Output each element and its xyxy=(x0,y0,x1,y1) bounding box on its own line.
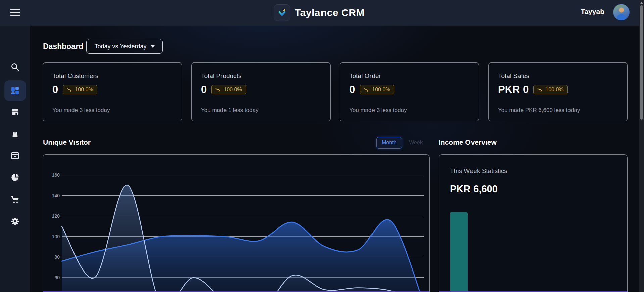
visitor-chart-card: 160 140 120 100 80 60 xyxy=(43,154,430,292)
sidebar-item-store[interactable] xyxy=(4,102,26,121)
y-axis-tick: 60 xyxy=(46,275,60,280)
search-icon xyxy=(10,62,20,72)
pie-chart-icon xyxy=(10,173,20,182)
user-name[interactable]: Tayyab xyxy=(581,8,604,16)
y-axis-tick: 100 xyxy=(46,234,60,239)
avatar-photo xyxy=(613,4,629,20)
stat-card-label: Total Sales xyxy=(498,72,618,80)
income-bar[interactable] xyxy=(450,212,468,292)
stat-card-caption: You made 1 less today xyxy=(201,107,321,114)
sidebar-item-inventory[interactable] xyxy=(4,146,26,165)
visitor-area-chart xyxy=(43,155,430,292)
date-filter-dropdown[interactable]: Today vs Yesterday xyxy=(86,39,163,54)
y-axis-tick: 160 xyxy=(46,172,60,178)
income-total: PKR 6,600 xyxy=(450,183,498,195)
trend-value: 100.0% xyxy=(224,87,242,93)
scrollbar[interactable] xyxy=(639,0,644,292)
income-section-title: Income Overview xyxy=(439,138,497,147)
sidebar-item-products[interactable] xyxy=(4,124,26,143)
stat-card-label: Total Products xyxy=(201,72,321,80)
sidebar-item-orders[interactable] xyxy=(4,190,26,209)
sidebar-item-dashboard[interactable] xyxy=(4,80,26,101)
sidebar-item-settings[interactable] xyxy=(4,212,26,231)
y-axis-tick: 80 xyxy=(46,254,60,260)
shopping-cart-icon xyxy=(10,195,20,204)
stat-card-label: Total Customers xyxy=(52,72,172,80)
shopping-bag-icon xyxy=(10,129,20,138)
scrollbar-up-arrow[interactable] xyxy=(640,2,643,4)
stat-card-total-sales: Total Sales PKR 0 100.0% You made PKR 6,… xyxy=(488,62,628,121)
logo-check-icon xyxy=(277,8,287,18)
archive-box-icon xyxy=(10,151,20,160)
trend-down-icon xyxy=(215,88,221,92)
app-title: Taylance CRM xyxy=(295,7,365,18)
trend-badge: 100.0% xyxy=(63,85,97,94)
sidebar-item-analytics[interactable] xyxy=(4,168,26,187)
trend-value: 100.0% xyxy=(75,87,93,93)
trend-badge: 100.0% xyxy=(360,85,394,94)
stat-card-value: PKR 0 xyxy=(498,84,529,96)
stat-card-total-customers: Total Customers 0 100.0% You made 3 less… xyxy=(43,62,182,121)
stat-card-caption: You made 3 less today xyxy=(349,107,469,114)
trend-down-icon xyxy=(537,88,543,92)
sidebar-item-search[interactable] xyxy=(4,57,26,76)
trend-value: 100.0% xyxy=(545,87,563,93)
menu-icon xyxy=(10,9,20,10)
trend-value: 100.0% xyxy=(372,87,390,93)
gear-icon xyxy=(10,217,20,226)
storefront-icon xyxy=(10,107,20,117)
stat-card-total-products: Total Products 0 100.0% You made 1 less … xyxy=(191,62,331,121)
visitor-section-title: Unique Visitor xyxy=(43,138,91,147)
stat-card-label: Total Order xyxy=(349,72,469,80)
stat-card-caption: You made 3 less today xyxy=(52,107,172,114)
app-root: Taylance CRM Tayyab xyxy=(0,0,644,292)
toggle-week-button[interactable]: Week xyxy=(405,137,427,149)
hamburger-menu-button[interactable] xyxy=(10,9,20,17)
app-logo[interactable] xyxy=(274,4,290,21)
trend-down-icon xyxy=(67,88,72,92)
scrollbar-thumb[interactable] xyxy=(640,5,643,120)
stat-card-value: 0 xyxy=(52,84,58,96)
trend-badge: 100.0% xyxy=(211,85,246,94)
page-title: Dashboard xyxy=(43,42,83,51)
chevron-down-icon xyxy=(151,45,155,48)
income-subtitle: This Week Statistics xyxy=(450,167,507,175)
income-chart-card: This Week Statistics PKR 6,600 xyxy=(439,154,628,292)
stat-card-value: 0 xyxy=(349,84,355,96)
stat-card-caption: You made PKR 6,600 less today xyxy=(498,107,618,114)
app-header: Taylance CRM Tayyab xyxy=(0,0,644,26)
y-axis-tick: 120 xyxy=(46,213,60,219)
stat-card-value: 0 xyxy=(201,84,207,96)
stat-card-total-order: Total Order 0 100.0% You made 3 less tod… xyxy=(340,62,479,121)
trend-down-icon xyxy=(364,88,369,92)
date-filter-label: Today vs Yesterday xyxy=(94,43,146,50)
sidebar xyxy=(0,26,30,292)
user-avatar[interactable] xyxy=(613,4,630,20)
y-axis-tick: 140 xyxy=(46,193,60,198)
dashboard-grid-icon xyxy=(10,86,20,95)
toggle-month-button[interactable]: Month xyxy=(376,137,402,149)
trend-badge: 100.0% xyxy=(533,85,567,94)
